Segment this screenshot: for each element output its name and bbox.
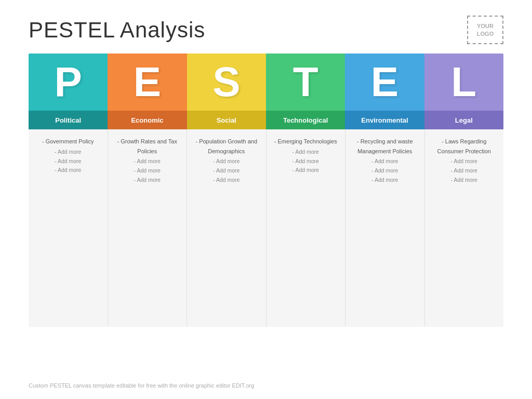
header: PESTEL Analysis YOURLOGO bbox=[29, 16, 503, 44]
content-legal: - Laws Regarding Consumer Protection - A… bbox=[425, 129, 504, 327]
letter-cell-e2: E bbox=[345, 54, 424, 111]
letter-cell-e1: E bbox=[108, 54, 187, 111]
page-title: PESTEL Analysis bbox=[29, 18, 205, 43]
logo-placeholder: YOURLOGO bbox=[467, 16, 503, 44]
footer: Custom PESTEL canvas template editable f… bbox=[29, 382, 254, 389]
content-social: - Population Growth and Demographics - A… bbox=[187, 129, 267, 327]
letter-s: S bbox=[212, 61, 240, 103]
letter-cell-t: T bbox=[266, 54, 345, 111]
label-legal: Legal bbox=[424, 111, 503, 129]
letter-p: P bbox=[54, 61, 82, 103]
label-environmental: Environmental bbox=[345, 111, 424, 129]
content-environmental: - Recycling and waste Management Policie… bbox=[345, 129, 425, 327]
content-political: - Government Policy - Add more - Add mor… bbox=[29, 129, 108, 327]
letter-cell-l: L bbox=[424, 54, 503, 111]
letter-row: P E S T E L bbox=[29, 54, 503, 111]
content-technological: - Emerging Technologies - Add more - Add… bbox=[267, 129, 346, 327]
letter-e1: E bbox=[134, 61, 161, 103]
content-row: - Government Policy - Add more - Add mor… bbox=[29, 129, 503, 327]
letter-e2: E bbox=[371, 61, 398, 103]
label-social: Social bbox=[187, 111, 266, 129]
label-row: Political Economic Social Technological … bbox=[29, 111, 503, 129]
label-political: Political bbox=[29, 111, 108, 129]
label-economic: Economic bbox=[108, 111, 187, 129]
letter-t: T bbox=[293, 61, 318, 103]
content-economic: - Growth Rates and Tax Policies - Add mo… bbox=[108, 129, 188, 327]
page-wrapper: PESTEL Analysis YOURLOGO P E S T E L bbox=[0, 0, 532, 399]
letter-l: L bbox=[451, 61, 476, 103]
pestel-table: P E S T E L Political Economic bbox=[29, 54, 503, 327]
label-technological: Technological bbox=[266, 111, 345, 129]
letter-cell-p: P bbox=[29, 54, 108, 111]
letter-cell-s: S bbox=[187, 54, 266, 111]
